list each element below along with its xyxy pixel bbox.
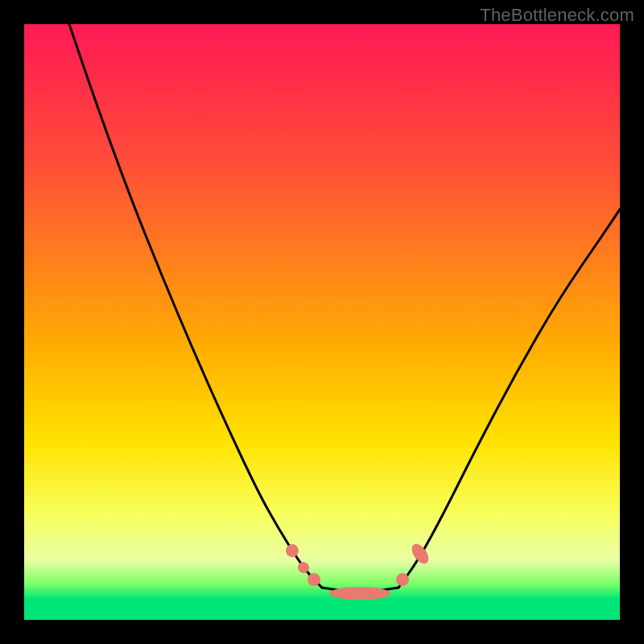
curve-marker-bottom-3: [329, 587, 390, 600]
curve-marker-left-side-0: [283, 542, 301, 559]
watermark-label: TheBottleneck.com: [480, 5, 634, 26]
bottleneck-curve: [24, 24, 620, 620]
curve-left-curve: [69, 24, 322, 588]
chart-frame: TheBottleneck.com: [0, 0, 644, 644]
curve-right-curve: [398, 209, 620, 588]
curve-marker-right-side-5: [408, 541, 431, 567]
plot-area: [24, 24, 620, 620]
